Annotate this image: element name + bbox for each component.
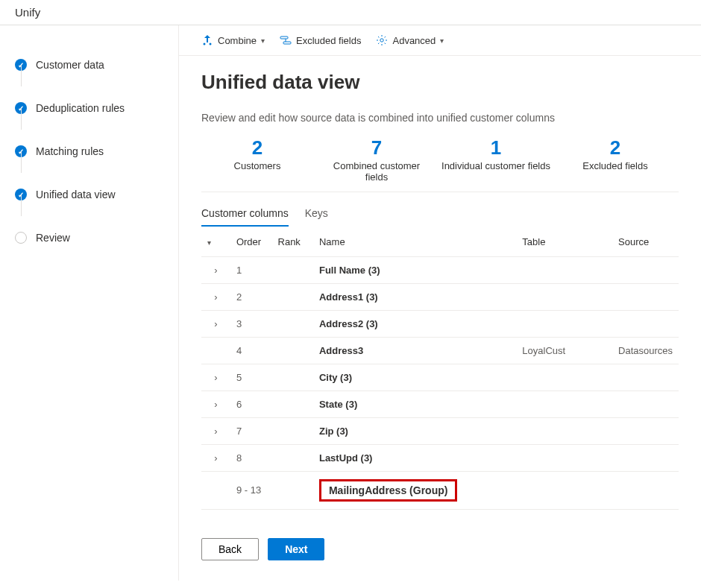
table-row[interactable]: › 7 Zip (3) (201, 417, 679, 444)
cell-table (516, 444, 612, 471)
svg-rect-3 (283, 42, 291, 44)
cell-table (516, 391, 612, 417)
cell-source (612, 444, 679, 471)
tab-keys[interactable]: Keys (305, 207, 328, 227)
table-body: › 1 Full Name (3) › 2 Address1 (3) (201, 256, 679, 509)
cell-name: Full Name (3) (313, 256, 516, 283)
svg-point-0 (204, 43, 206, 45)
step-label: Deduplication rules (36, 102, 125, 114)
stats-row: 2 Customers 7 Combined customer fields 1… (201, 137, 679, 192)
cell-order: 3 (230, 310, 272, 337)
cell-source (612, 391, 679, 417)
combine-menu[interactable]: Combine ▾ (201, 34, 265, 46)
stat-value: 7 (321, 137, 433, 159)
cell-table (516, 310, 612, 337)
main-panel: Combine ▾ Excluded fields Advanced ▾ Uni… (179, 25, 701, 581)
stat-excluded-fields: 2 Excluded fields (559, 137, 671, 183)
step-unified-data-view[interactable]: Unified data view (15, 173, 171, 216)
expand-toggle[interactable]: › (201, 310, 230, 337)
check-icon (15, 59, 27, 71)
step-deduplication-rules[interactable]: Deduplication rules (15, 86, 171, 130)
wizard-sidebar: Customer data Deduplication rules Matchi… (0, 25, 179, 581)
cell-rank (272, 444, 313, 471)
cell-source: Datasources (612, 337, 679, 364)
stat-value: 1 (440, 137, 552, 159)
cell-order: 9 - 13 (230, 471, 272, 509)
expand-toggle[interactable]: › (201, 391, 230, 417)
cell-source (612, 256, 679, 283)
combine-icon (201, 34, 213, 46)
cell-table (516, 417, 612, 444)
check-icon (15, 102, 27, 114)
check-icon (15, 145, 27, 157)
stat-combined-fields: 7 Combined customer fields (321, 137, 433, 183)
stat-individual-fields: 1 Individual customer fields (440, 137, 552, 183)
cell-name: City (3) (313, 364, 516, 391)
col-rank[interactable]: Rank (272, 227, 313, 257)
cell-rank (272, 283, 313, 310)
cell-name: State (3) (313, 391, 516, 417)
page-subtitle: Review and edit how source data is combi… (201, 112, 679, 124)
next-button[interactable]: Next (268, 538, 324, 560)
columns-table: ▾ Order Rank Name Table Source › 1 Full … (201, 227, 679, 510)
advanced-label: Advanced (392, 35, 436, 46)
cell-table (516, 364, 612, 391)
advanced-menu[interactable]: Advanced ▾ (376, 34, 444, 46)
table-header-row: ▾ Order Rank Name Table Source (201, 227, 679, 257)
excluded-fields-button[interactable]: Excluded fields (280, 34, 361, 46)
table-row[interactable]: › 8 LastUpd (3) (201, 444, 679, 471)
col-expand[interactable]: ▾ (201, 227, 230, 257)
cell-table (516, 256, 612, 283)
app-header: Unify (0, 0, 701, 25)
expand-toggle[interactable]: › (201, 256, 230, 283)
step-list: Customer data Deduplication rules Matchi… (15, 43, 171, 259)
cell-rank (272, 391, 313, 417)
cell-name: Address1 (3) (313, 283, 516, 310)
cell-rank (272, 256, 313, 283)
step-review[interactable]: Review (15, 216, 171, 259)
cell-order: 5 (230, 364, 272, 391)
expand-toggle[interactable]: › (201, 283, 230, 310)
table-row[interactable]: › 1 Full Name (3) (201, 256, 679, 283)
table-row[interactable]: › 2 Address1 (3) (201, 283, 679, 310)
app-title: Unify (15, 6, 40, 19)
table-row[interactable]: 9 - 13 MailingAddress (Group) (201, 471, 679, 509)
combine-label: Combine (218, 35, 257, 46)
col-table[interactable]: Table (516, 227, 612, 257)
page-title: Unified data view (201, 71, 679, 94)
expand-toggle[interactable]: › (201, 444, 230, 471)
cell-order: 4 (230, 337, 272, 364)
check-icon (15, 189, 27, 200)
cell-rank (272, 364, 313, 391)
cell-order: 1 (230, 256, 272, 283)
cell-name: MailingAddress (Group) (313, 471, 516, 509)
cell-source (612, 310, 679, 337)
table-row[interactable]: 4 Address3 LoyalCust Datasources (201, 337, 679, 364)
expand-toggle[interactable]: › (201, 364, 230, 391)
table-row[interactable]: › 6 State (3) (201, 391, 679, 417)
back-button[interactable]: Back (201, 538, 259, 560)
cell-name: Address3 (313, 337, 516, 364)
tab-strip: Customer columns Keys (201, 207, 679, 227)
expand-toggle[interactable]: › (201, 417, 230, 444)
svg-rect-2 (280, 37, 288, 39)
step-label: Matching rules (36, 145, 104, 157)
stat-label: Excluded fields (559, 160, 671, 171)
highlight-box: MailingAddress (Group) (319, 479, 457, 502)
cell-source (612, 471, 679, 509)
table-row[interactable]: › 3 Address2 (3) (201, 310, 679, 337)
step-matching-rules[interactable]: Matching rules (15, 130, 171, 173)
gear-icon (376, 34, 388, 46)
step-label: Customer data (36, 59, 104, 71)
table-row[interactable]: › 5 City (3) (201, 364, 679, 391)
col-source[interactable]: Source (612, 227, 679, 257)
cell-name: Address2 (3) (313, 310, 516, 337)
tab-customer-columns[interactable]: Customer columns (201, 207, 289, 227)
circle-icon (15, 232, 27, 244)
cell-table: LoyalCust (516, 337, 612, 364)
step-customer-data[interactable]: Customer data (15, 43, 171, 86)
col-name[interactable]: Name (313, 227, 516, 257)
col-order[interactable]: Order (230, 227, 272, 257)
excluded-label: Excluded fields (296, 35, 361, 46)
chevron-down-icon: ▾ (261, 37, 265, 45)
